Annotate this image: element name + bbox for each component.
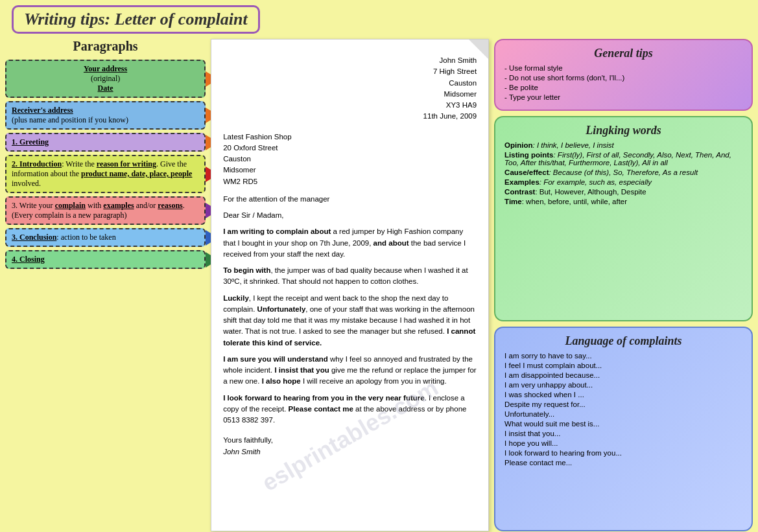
paragraphs-title: Paragraphs <box>5 39 206 54</box>
left-panel: Paragraphs Your address (original) Date … <box>5 39 206 531</box>
receiver-line-4: Midsomer <box>223 165 477 176</box>
lang-item-9: I insist that you... <box>504 430 742 437</box>
linking-words-title: Lingking words <box>504 124 742 137</box>
examples-word: examples <box>103 201 134 210</box>
letter-signature: John Smith <box>223 448 261 456</box>
general-tip-3: - Be polite <box>504 84 742 91</box>
right-panel: General tips - Use formal style - Do not… <box>494 39 753 531</box>
letter-p4: I am sure you will understand why I feel… <box>223 354 477 387</box>
lang-item-12: Please contact me... <box>504 459 742 467</box>
content-row: Paragraphs Your address (original) Date … <box>5 39 753 531</box>
para-conclusion: 3. Conclusion: action to be taken <box>5 228 206 247</box>
receiver-line-3: Causton <box>223 154 477 165</box>
linking-contrast: Contrast: But, However, Although, Despit… <box>504 188 742 196</box>
linking-words-box: Lingking words Opinion: I think, I belie… <box>494 116 753 321</box>
lang-item-7: Unfortunately... <box>504 410 742 418</box>
para-your-address: Your address (original) Date <box>5 60 206 98</box>
intro-product: product name, date, place, people <box>81 169 192 178</box>
intro-text3: involved. <box>12 179 41 188</box>
para-closing: 4. Closing <box>5 250 206 269</box>
main-title-box: Writing tips: Letter of complaint <box>12 5 260 34</box>
language-complaints-box: Language of complaints I am sorry to hav… <box>494 327 753 532</box>
lang-item-11: I look forward to hearing from you... <box>504 449 742 457</box>
complain-word: complain <box>55 201 86 210</box>
receiver-line-5: WM2 RD5 <box>223 176 477 187</box>
lang-item-4: I am very unhappy about... <box>504 381 742 389</box>
linking-cause: Cause/effect: Because (of this), So, The… <box>504 168 742 176</box>
receiver-line-2: 20 Oxford Street <box>223 143 477 154</box>
greeting-label: 1. Greeting <box>12 137 49 146</box>
letter-p1: I am writing to complain about a red jum… <box>223 226 477 260</box>
date-label: Date <box>98 84 113 93</box>
intro-label: 2. Introduction <box>12 159 62 168</box>
complain-text-pre: 3. Write your <box>12 201 55 210</box>
your-address-sublabel: (original) <box>91 74 120 83</box>
para-greeting: 1. Greeting <box>5 133 206 152</box>
main-title-wrapper: Writing tips: Letter of complaint <box>5 5 753 39</box>
receiver-line-1: Latest Fashion Shop <box>223 132 477 143</box>
letter-salutation: Dear Sir / Madam, <box>223 210 477 221</box>
reasons-word: reasons <box>158 201 182 210</box>
linking-listing: Listing points: First(ly), First of all,… <box>504 151 742 167</box>
general-tips-box: General tips - Use formal style - Do not… <box>494 39 753 111</box>
receivers-address-label: Receiver's address <box>12 106 73 115</box>
sender-address: John Smith 7 High Street Causton Midsome… <box>223 55 477 122</box>
receivers-address-sublabel: (plus name and position if you know) <box>12 115 128 124</box>
para-complain: 3. Write your complain with examples and… <box>5 196 206 225</box>
linking-opinion: Opinion: I think, I believe, I insist <box>504 141 742 149</box>
lang-item-2: I feel I must complain about... <box>504 362 742 369</box>
sender-line-3: Causton <box>223 78 477 89</box>
lang-item-10: I hope you will... <box>504 439 742 447</box>
para-receivers-address: Receiver's address (plus name and positi… <box>5 101 206 130</box>
general-tip-1: - Use formal style <box>504 64 742 72</box>
lang-item-5: I was shocked when I ... <box>504 391 742 399</box>
sender-line-1: John Smith <box>223 55 477 66</box>
language-complaints-title: Language of complaints <box>504 334 742 348</box>
sender-line-2: 7 High Street <box>223 66 477 77</box>
your-address-label: Your address <box>84 64 127 73</box>
letter-attention: For the attention of the manager <box>223 194 477 205</box>
intro-reason: reason for writing <box>97 159 156 168</box>
sender-line-6: 11th June, 2009 <box>223 111 477 122</box>
complain-text-end: and/or <box>134 201 158 210</box>
linking-time: Time: when, before, until, while, after <box>504 198 742 205</box>
complain-text-mid: with <box>86 201 103 210</box>
main-title: Writing tips: Letter of complaint <box>24 10 248 29</box>
sender-line-4: Midsomer <box>223 89 477 100</box>
conclusion-label: 3. Conclusion <box>12 233 56 242</box>
letter-panel: John Smith 7 High Street Causton Midsome… <box>211 39 489 531</box>
para-introduction: 2. Introduction: Write the reason for wr… <box>5 155 206 193</box>
lang-item-1: I am sorry to have to say... <box>504 352 742 360</box>
letter-p2: To begin with, the jumper was of bad qua… <box>223 265 477 288</box>
intro-text: : Write the <box>62 159 97 168</box>
lang-item-6: Despite my request for... <box>504 400 742 408</box>
linking-examples: Examples: For example, such as, especial… <box>504 178 742 186</box>
lang-item-8: What would suit me best is... <box>504 420 742 428</box>
sender-line-5: XY3 HA9 <box>223 100 477 111</box>
general-tips-title: General tips <box>504 47 742 60</box>
letter-closing: Yours faithfully, John Smith <box>223 435 477 457</box>
closing-label: 4. Closing <box>12 255 45 264</box>
letter-p3: Luckily, I kept the receipt and went bac… <box>223 293 477 349</box>
receiver-address: Latest Fashion Shop 20 Oxford Street Cau… <box>223 132 477 187</box>
lang-item-3: I am disappointed because... <box>504 371 742 379</box>
letter-p5: I look forward to hearing from you in th… <box>223 393 477 426</box>
general-tip-2: - Do not use short forms (don't, I'll...… <box>504 74 742 82</box>
conclusion-text: : action to be taken <box>56 233 115 242</box>
general-tip-4: - Type your letter <box>504 93 742 101</box>
